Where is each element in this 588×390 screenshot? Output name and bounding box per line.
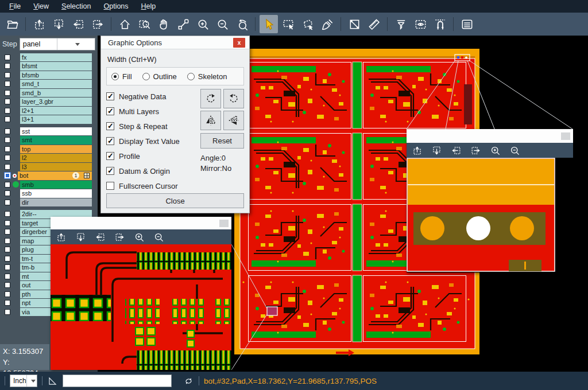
zoom-in-button[interactable] xyxy=(132,231,146,243)
layer-name[interactable]: l2 xyxy=(20,154,92,162)
layer-row[interactable]: fx xyxy=(0,53,98,62)
layer-name[interactable]: l2+1 xyxy=(20,107,92,115)
layers-panel-button[interactable] xyxy=(458,15,476,33)
width-radio-fill[interactable]: Fill xyxy=(111,72,132,81)
window-button[interactable] xyxy=(561,132,570,140)
step-select[interactable]: panel xyxy=(20,38,95,50)
point-to-point-button[interactable] xyxy=(174,15,192,33)
layer-row[interactable]: sst xyxy=(0,127,98,136)
pan-right-button[interactable] xyxy=(88,15,107,33)
view-area-button[interactable] xyxy=(411,15,430,33)
layer-checkbox[interactable] xyxy=(5,291,10,297)
layer-name[interactable]: l3 xyxy=(20,163,92,171)
option-datum-origin[interactable]: Datum & Origin xyxy=(106,163,196,178)
layer-checkbox[interactable] xyxy=(5,309,10,315)
measure-ruler-button[interactable] xyxy=(365,15,383,33)
layer-row[interactable]: smb xyxy=(0,180,98,189)
clean-brush-button[interactable] xyxy=(318,15,336,33)
layer-checkbox[interactable] xyxy=(5,116,10,122)
layer-name[interactable]: l3+1 xyxy=(20,115,92,124)
menu-options[interactable]: Options xyxy=(98,1,134,11)
pan-down-button[interactable] xyxy=(49,15,68,33)
layer-row[interactable]: l2+1 xyxy=(0,106,98,115)
pan-up-button[interactable] xyxy=(54,231,68,243)
layer-checkbox[interactable] xyxy=(5,247,10,252)
layer-checkbox[interactable] xyxy=(5,229,10,235)
layer-name[interactable]: smt xyxy=(20,136,92,145)
angle-mode-button[interactable] xyxy=(47,376,58,387)
layer-checkbox[interactable] xyxy=(5,173,10,178)
layer-name[interactable]: smb xyxy=(20,181,92,189)
layer-checkbox[interactable] xyxy=(5,81,10,87)
layer-checkbox[interactable] xyxy=(5,72,10,78)
layer-checkbox[interactable] xyxy=(5,99,10,104)
layer-checkbox[interactable] xyxy=(5,256,10,262)
rotate-cw-button[interactable] xyxy=(200,89,221,108)
option-profile[interactable]: Profile xyxy=(106,149,196,163)
layer-row[interactable]: layer_3.gbr xyxy=(0,98,98,107)
rect-select-button[interactable] xyxy=(279,15,297,33)
layer-name[interactable]: ssb xyxy=(20,189,92,198)
checkbox[interactable] xyxy=(106,152,114,160)
layer-row[interactable]: smd_t xyxy=(0,80,98,89)
pan-up-button[interactable] xyxy=(410,144,424,157)
close-button[interactable]: Close xyxy=(106,193,244,208)
layer-checkbox[interactable] xyxy=(5,211,10,217)
checkbox[interactable] xyxy=(106,167,114,175)
layer-name[interactable]: bot1 xyxy=(18,171,92,180)
checkbox[interactable] xyxy=(106,122,114,130)
pan-right-button[interactable] xyxy=(113,231,126,243)
zoom-previous-button[interactable] xyxy=(233,15,251,33)
command-input[interactable] xyxy=(63,375,172,387)
measure-line-button[interactable] xyxy=(345,15,363,33)
zoom-out-button[interactable] xyxy=(152,231,165,243)
option-negative-data[interactable]: Negative Data xyxy=(106,89,196,104)
dialog-titlebar[interactable]: Graphic Options x xyxy=(101,36,249,49)
zoom-out-button[interactable] xyxy=(213,15,231,33)
layer-name[interactable]: layer_3.gbr xyxy=(20,98,92,106)
dialog-close-button[interactable]: x xyxy=(233,38,245,48)
pan-down-button[interactable] xyxy=(430,144,443,157)
layer-name[interactable]: bfsmt xyxy=(20,62,92,71)
layer-checkbox[interactable] xyxy=(5,220,10,226)
layer-checkbox[interactable] xyxy=(5,90,10,96)
magnifier-1-content[interactable] xyxy=(51,244,231,370)
refresh-button[interactable] xyxy=(183,376,194,387)
checkbox[interactable] xyxy=(106,92,114,100)
layer-checkbox[interactable] xyxy=(5,282,10,288)
option-fullscreen-cursor[interactable]: Fullscreen Cursor xyxy=(106,178,196,193)
pan-up-button[interactable] xyxy=(30,15,48,33)
layer-row[interactable]: l3+1 xyxy=(0,115,98,124)
pan-down-button[interactable] xyxy=(74,231,87,243)
layer-row[interactable]: bot1 xyxy=(0,171,98,181)
layer-checkbox[interactable] xyxy=(5,63,10,69)
unit-select[interactable]: Inch xyxy=(10,375,37,387)
layer-checkbox[interactable] xyxy=(5,108,10,114)
layer-checkbox[interactable] xyxy=(5,155,10,161)
layer-row[interactable]: bfsmb xyxy=(0,71,98,80)
checkbox[interactable] xyxy=(106,107,114,115)
zoom-window-button[interactable] xyxy=(135,15,153,33)
open-file-button[interactable] xyxy=(3,15,21,33)
flip-horizontal-button[interactable] xyxy=(200,111,221,130)
layer-checkbox[interactable] xyxy=(5,264,10,270)
option-step-repeat[interactable]: Step & Repeat xyxy=(106,119,196,134)
layer-name[interactable]: bfsmb xyxy=(20,71,92,80)
layer-row[interactable]: ssb xyxy=(0,189,98,198)
width-radio-outline[interactable]: Outline xyxy=(142,72,177,81)
width-radio-skeleton[interactable]: Skeleton xyxy=(187,72,227,81)
layer-checkbox[interactable] xyxy=(5,200,10,205)
reset-button[interactable]: Reset xyxy=(200,133,244,149)
rotate-ccw-button[interactable] xyxy=(223,89,244,108)
window-button[interactable] xyxy=(219,220,229,227)
magnifier-1-titlebar[interactable] xyxy=(51,217,231,229)
layer-name[interactable]: smd_b xyxy=(20,89,92,98)
layer-row[interactable]: l3 xyxy=(0,162,98,171)
zoom-in-button[interactable] xyxy=(488,144,502,157)
layer-checkbox[interactable] xyxy=(5,128,10,134)
layer-name[interactable]: smd_t xyxy=(20,80,92,88)
layer-checkbox[interactable] xyxy=(5,238,10,244)
select-cursor-button[interactable] xyxy=(260,15,278,33)
layer-checkbox[interactable] xyxy=(5,137,10,143)
layer-name[interactable]: dir xyxy=(20,198,92,207)
